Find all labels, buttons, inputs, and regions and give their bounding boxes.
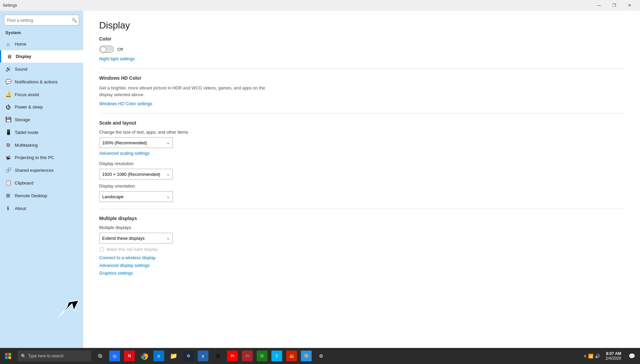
search-icon-button[interactable]: 🔍: [72, 18, 77, 23]
night-light-settings-link[interactable]: Night light settings: [99, 56, 135, 61]
sidebar-item-home[interactable]: ⌂ Home: [0, 38, 83, 50]
change-size-label: Change the size of text, apps, and other…: [99, 130, 624, 135]
minimize-button[interactable]: —: [591, 0, 606, 11]
sidebar-item-display[interactable]: 🖥 Display: [0, 50, 83, 63]
night-light-state: Off: [117, 47, 123, 52]
clipboard-label: Clipboard: [15, 180, 34, 186]
task-view-button[interactable]: ⧉: [92, 348, 107, 364]
taskbar-chrome-button[interactable]: [137, 348, 151, 364]
taskbar-search-input[interactable]: [28, 354, 82, 358]
taskbar-adobe-button[interactable]: Pr: [225, 348, 240, 364]
connect-wireless-link[interactable]: Connect to a wireless display: [99, 255, 624, 260]
window-controls: — ❐ ✕: [591, 0, 637, 11]
orientation-dropdown[interactable]: Landscape Portrait Landscape (flipped) P…: [99, 191, 173, 202]
color-section-title: Color: [99, 36, 624, 42]
resolution-dropdown[interactable]: 1920 × 1080 (Recommended) 1600 × 900 128…: [99, 169, 173, 179]
system-clock[interactable]: 8:07 AM 2/4/2020: [603, 351, 624, 361]
orientation-dropdown-wrapper: Landscape Portrait Landscape (flipped) P…: [99, 191, 624, 202]
browser-icon: 🦊: [286, 351, 297, 361]
sound-icon: 🔊: [5, 66, 11, 72]
app-body: 🔍 System ⌂ Home 🖥 Display 🔊 Sound 💬 Noti…: [0, 11, 640, 348]
taskbar-cortana-button[interactable]: ◎: [107, 348, 122, 364]
sidebar-item-power[interactable]: ⏻ Power & sleep: [0, 101, 83, 113]
make-main-label: Make this my main display: [107, 247, 157, 252]
chevron-up-icon[interactable]: ∧: [584, 354, 587, 358]
sidebar-item-remote[interactable]: ⊞ Remote Desktop: [0, 189, 83, 202]
network-icon[interactable]: 📶: [588, 354, 593, 359]
sidebar-item-about[interactable]: ℹ About: [0, 202, 83, 215]
taskbar-skype-button[interactable]: S: [269, 348, 284, 364]
start-button[interactable]: [0, 348, 16, 364]
task-view-icon: ⧉: [98, 353, 102, 359]
taskbar-mail-button[interactable]: ✉: [210, 348, 225, 364]
sidebar-item-multitasking[interactable]: ⧉ Multitasking: [0, 139, 83, 151]
close-button[interactable]: ✕: [622, 0, 637, 11]
title-bar: Settings — ❐ ✕: [0, 0, 640, 11]
taskbar-greenapp-button[interactable]: G: [255, 348, 269, 364]
taskbar-explorer-button[interactable]: 📁: [166, 348, 181, 364]
system-label: System: [0, 28, 83, 38]
sidebar-item-shared[interactable]: 🔗 Shared experiences: [0, 164, 83, 176]
home-icon: ⌂: [5, 41, 11, 47]
game-icon: 🎮: [242, 351, 253, 361]
about-icon: ℹ: [5, 205, 11, 211]
remote-icon: ⊞: [5, 193, 11, 199]
multitasking-icon: ⧉: [5, 142, 11, 148]
clipboard-icon: 📋: [5, 180, 11, 186]
tablet-label: Tablet mode: [15, 130, 39, 135]
sidebar-item-clipboard[interactable]: 📋 Clipboard: [0, 176, 83, 189]
sidebar-item-projecting[interactable]: 📽 Projecting to this PC: [0, 151, 83, 164]
home-label: Home: [15, 42, 26, 47]
mail-icon: ✉: [212, 351, 223, 361]
sidebar-item-notifications[interactable]: 💬 Notifications & actions: [0, 75, 83, 88]
svg-rect-2: [5, 356, 8, 359]
advanced-scaling-link[interactable]: Advanced scaling settings: [99, 151, 624, 156]
sound-label: Sound: [15, 67, 27, 72]
taskbar-paint-button[interactable]: 🎨: [299, 348, 314, 364]
taskbar-settings-button[interactable]: ⚙: [314, 348, 328, 364]
taskbar-steam-button[interactable]: ⚙: [181, 348, 196, 364]
shared-icon: 🔗: [5, 167, 11, 173]
adobe-icon: Pr: [227, 351, 238, 361]
cortana-icon: ◎: [109, 351, 120, 361]
volume-icon[interactable]: 🔊: [595, 354, 600, 359]
sidebar-item-sound[interactable]: 🔊 Sound: [0, 63, 83, 75]
power-icon: ⏻: [5, 104, 11, 110]
taskbar: 🔍 ⧉ ◎ N e 📁 ⚙ e: [0, 348, 640, 364]
windows-hd-link[interactable]: Windows HD Color settings: [99, 101, 152, 106]
scale-dropdown-container: 100% (Recommended) 125% 150% 175%: [99, 137, 173, 148]
search-input[interactable]: [4, 15, 79, 25]
night-light-toggle-row: Off: [99, 46, 624, 53]
sidebar-item-storage[interactable]: 💾 Storage: [0, 113, 83, 126]
notifications-label: Notifications & actions: [15, 79, 58, 84]
night-light-toggle[interactable]: [99, 46, 114, 53]
netflix-icon: N: [124, 351, 135, 361]
multiple-displays-dropdown[interactable]: Extend these displays Duplicate these di…: [99, 233, 173, 243]
taskbar-edge-button[interactable]: e: [151, 348, 166, 364]
scale-layout-title: Scale and layout: [99, 120, 624, 126]
advanced-display-link[interactable]: Advanced display settings: [99, 263, 624, 268]
taskbar-browser-button[interactable]: 🦊: [284, 348, 299, 364]
orientation-label: Display orientation: [99, 184, 624, 189]
graphics-settings-link[interactable]: Graphics settings: [99, 271, 624, 276]
page-title: Display: [99, 20, 624, 31]
about-label: About: [15, 206, 26, 211]
green-app-icon: G: [257, 351, 267, 361]
notifications-button[interactable]: 💬: [627, 348, 637, 364]
svg-rect-3: [8, 356, 11, 359]
app-title: Settings: [3, 3, 17, 8]
sidebar-item-tablet[interactable]: 📱 Tablet mode: [0, 126, 83, 139]
windows-hd-description: Get a brighter, more vibrant picture in …: [99, 85, 267, 98]
restore-button[interactable]: ❐: [606, 0, 622, 11]
explorer-icon: 📁: [168, 351, 179, 361]
make-main-checkbox[interactable]: [99, 247, 104, 252]
storage-icon: 💾: [5, 117, 11, 123]
projecting-label: Projecting to this PC: [15, 155, 54, 160]
ie-icon: e: [198, 351, 208, 361]
sidebar-item-focus[interactable]: 🔔 Focus assist: [0, 88, 83, 101]
taskbar-netflix-button[interactable]: N: [122, 348, 137, 364]
taskbar-ie-button[interactable]: e: [196, 348, 210, 364]
scale-dropdown[interactable]: 100% (Recommended) 125% 150% 175%: [99, 137, 173, 148]
taskbar-game-button[interactable]: 🎮: [240, 348, 255, 364]
divider-1: [99, 68, 624, 69]
